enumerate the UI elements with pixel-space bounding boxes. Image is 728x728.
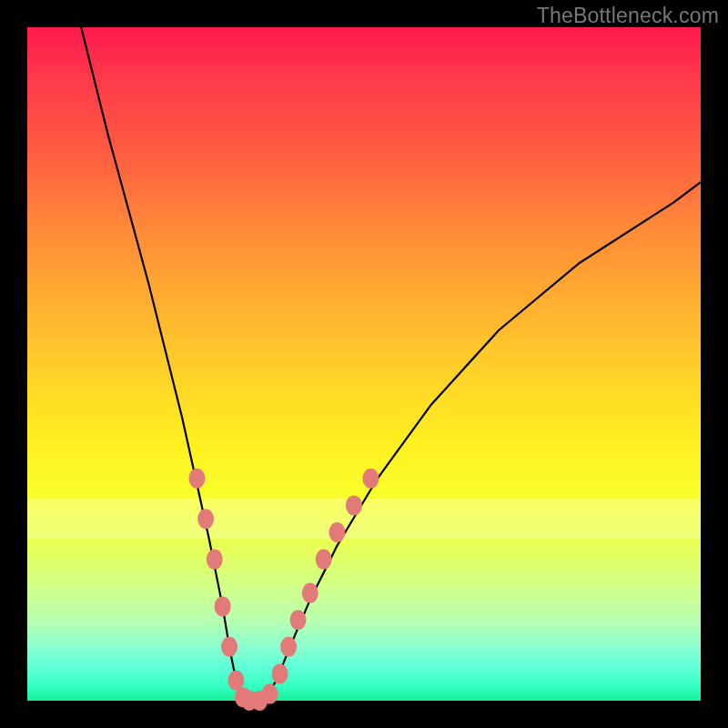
bottleneck-curve-svg xyxy=(27,27,701,701)
curve-marker xyxy=(215,596,231,616)
curve-marker xyxy=(261,684,278,704)
bottleneck-curve xyxy=(81,27,701,701)
curve-marker xyxy=(290,610,307,630)
curve-marker xyxy=(302,583,318,603)
chart-frame: TheBottleneck.com xyxy=(0,0,728,728)
curve-marker xyxy=(221,637,238,657)
curve-marker xyxy=(272,663,288,683)
curve-marker xyxy=(280,637,297,657)
curve-marker xyxy=(207,550,223,570)
curve-marker xyxy=(189,469,206,489)
curve-marker xyxy=(362,469,379,489)
watermark-text: TheBottleneck.com xyxy=(537,4,719,28)
curve-marker xyxy=(197,509,214,529)
curve-marker xyxy=(346,495,362,515)
curve-marker xyxy=(329,522,345,542)
curve-marker xyxy=(316,550,332,570)
curve-markers xyxy=(189,469,379,711)
